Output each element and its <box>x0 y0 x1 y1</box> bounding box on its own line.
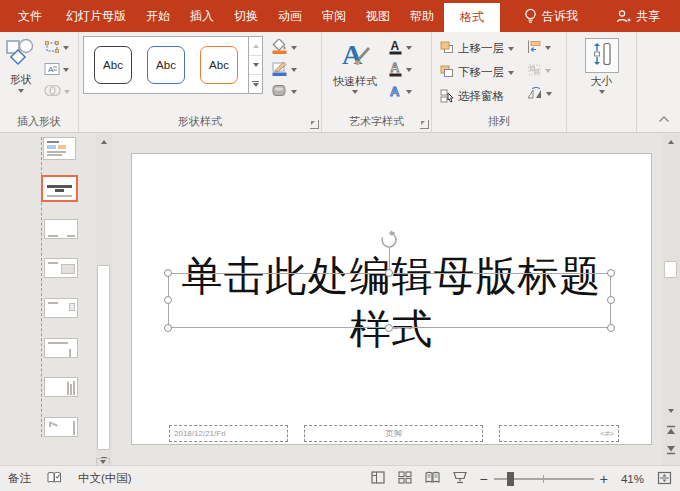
shapes-dropdown-caret <box>18 89 24 93</box>
thumbnail-master[interactable] <box>43 137 76 160</box>
gallery-more-button[interactable] <box>249 75 262 93</box>
zoom-in-button[interactable]: + <box>600 474 608 484</box>
tab-home[interactable]: 开始 <box>136 0 180 32</box>
shape-style-swatch-black[interactable]: Abc <box>94 46 132 84</box>
main-scrollbar[interactable] <box>662 135 680 465</box>
main-scroll-track[interactable] <box>662 148 680 465</box>
thumbnail-layout-2[interactable] <box>44 219 78 239</box>
slideshow-view-button[interactable] <box>453 471 467 486</box>
shape-outline-icon <box>271 61 288 80</box>
text-effects-icon: A <box>388 83 403 102</box>
tab-help[interactable]: 帮助 <box>400 0 444 32</box>
shape-styles-dialog-launcher[interactable] <box>310 120 319 129</box>
text-fill-button[interactable]: A <box>386 39 414 57</box>
tab-review[interactable]: 审阅 <box>312 0 356 32</box>
main-scroll-thumb[interactable] <box>664 261 677 278</box>
language-indicator[interactable]: 中文(中国) <box>78 471 132 486</box>
bring-forward-caret <box>508 47 514 51</box>
rotation-handle-icon[interactable] <box>379 230 399 253</box>
edit-shape-icon <box>44 40 60 57</box>
group-size: 大小 <box>567 32 637 132</box>
shape-style-swatch-orange[interactable]: Abc <box>200 46 238 84</box>
text-outline-button[interactable]: A <box>386 61 414 79</box>
date-placeholder[interactable]: 2018/12/21/Fri <box>169 425 288 442</box>
thumbnail-layout-6[interactable] <box>44 377 78 397</box>
thumbnail-layout-7[interactable] <box>44 417 78 437</box>
resize-handle-top-center[interactable] <box>385 269 393 277</box>
edit-shape-button[interactable] <box>42 39 72 57</box>
resize-handle-bottom-right[interactable] <box>607 324 615 332</box>
selection-pane-button[interactable]: 选择窗格 <box>437 87 517 106</box>
gallery-scroll-down-button[interactable] <box>249 56 262 75</box>
tab-format-active[interactable]: 格式 <box>444 3 500 32</box>
group-objects-icon <box>527 63 542 80</box>
thumbnails-scrollbar[interactable] <box>96 135 112 465</box>
next-slide-button[interactable] <box>664 443 678 458</box>
resize-handle-bottom-left[interactable] <box>164 324 172 332</box>
text-box-button[interactable]: A <box>42 61 72 79</box>
main-scroll-up-button[interactable] <box>662 135 680 148</box>
resize-handle-top-right[interactable] <box>607 269 615 277</box>
thumbnail-layout-5[interactable] <box>44 338 78 358</box>
group-shape-styles: Abc Abc Abc <box>79 32 322 132</box>
merge-shapes-button[interactable] <box>42 83 72 101</box>
thumbnails-scroll-up-button[interactable] <box>96 135 112 148</box>
shape-fill-caret <box>291 46 297 50</box>
slide-sorter-view-button[interactable] <box>398 471 412 486</box>
tab-view[interactable]: 视图 <box>356 0 400 32</box>
edit-shape-caret <box>63 46 69 50</box>
slide-number-placeholder-text: <#> <box>600 429 614 438</box>
share-button[interactable]: 共享 <box>606 0 670 32</box>
gallery-scroll-up-button[interactable] <box>249 37 262 56</box>
normal-view-button[interactable] <box>371 471 385 486</box>
thumbnail-layout-4[interactable] <box>44 298 78 318</box>
group-objects-button[interactable] <box>525 62 554 80</box>
resize-handle-middle-right[interactable] <box>607 296 615 304</box>
zoom-percentage[interactable]: 41% <box>621 473 644 485</box>
svg-text:A: A <box>391 61 400 75</box>
shape-outline-button[interactable] <box>269 61 299 79</box>
reading-view-button[interactable] <box>425 471 440 486</box>
quick-styles-button[interactable]: A 快速样式 <box>328 36 382 114</box>
text-effects-button[interactable]: A <box>386 83 414 101</box>
slide-canvas[interactable]: 单击此处编辑母版标题 样式 2018/12/21/Fri 页脚 <#> <box>131 153 652 445</box>
zoom-out-button[interactable]: − <box>480 474 488 484</box>
rotate-button[interactable] <box>525 85 554 103</box>
wordart-dialog-launcher[interactable] <box>420 120 429 129</box>
shape-fill-button[interactable] <box>269 39 299 57</box>
size-button[interactable]: 大小 <box>580 36 624 114</box>
zoom-slider-track[interactable] <box>494 478 594 480</box>
shape-effects-button[interactable] <box>269 83 299 101</box>
tab-transitions[interactable]: 切换 <box>224 0 268 32</box>
insert-shapes-button[interactable]: 形状 <box>0 36 42 114</box>
thumbnail-layout-3[interactable] <box>44 258 78 278</box>
notes-toggle-button[interactable]: 备注 <box>8 471 31 486</box>
align-button[interactable] <box>525 39 554 57</box>
send-backward-label: 下移一层 <box>458 65 504 80</box>
shape-style-swatch-blue[interactable]: Abc <box>147 46 185 84</box>
align-icon <box>527 40 542 57</box>
send-backward-button[interactable]: 下移一层 <box>437 63 517 82</box>
tab-file[interactable]: 文件 <box>4 0 56 32</box>
title-placeholder-selection-box[interactable] <box>168 273 611 328</box>
tab-insert[interactable]: 插入 <box>180 0 224 32</box>
zoom-slider-thumb[interactable] <box>507 472 514 486</box>
tab-slide-master[interactable]: 幻灯片母版 <box>56 0 136 32</box>
resize-handle-bottom-center[interactable] <box>385 324 393 332</box>
tab-animations[interactable]: 动画 <box>268 0 312 32</box>
thumbnails-scroll-thumb[interactable] <box>97 265 110 450</box>
resize-handle-top-left[interactable] <box>164 269 172 277</box>
previous-slide-button[interactable] <box>664 425 678 440</box>
selection-pane-label: 选择窗格 <box>458 89 504 104</box>
thumbnail-title-layout-selected[interactable] <box>41 175 78 202</box>
bring-forward-button[interactable]: 上移一层 <box>437 39 517 58</box>
proofing-book-icon[interactable] <box>47 471 62 486</box>
tell-me-button[interactable]: 告诉我 <box>514 0 588 32</box>
main-scroll-down-button[interactable] <box>663 404 679 417</box>
resize-handle-middle-left[interactable] <box>164 296 172 304</box>
footer-placeholder[interactable]: 页脚 <box>304 425 483 442</box>
thumbnails-scroll-track[interactable] <box>96 148 112 452</box>
slide-number-placeholder[interactable]: <#> <box>499 425 619 442</box>
collapse-ribbon-button[interactable] <box>658 112 670 126</box>
fit-to-window-button[interactable] <box>657 471 672 487</box>
